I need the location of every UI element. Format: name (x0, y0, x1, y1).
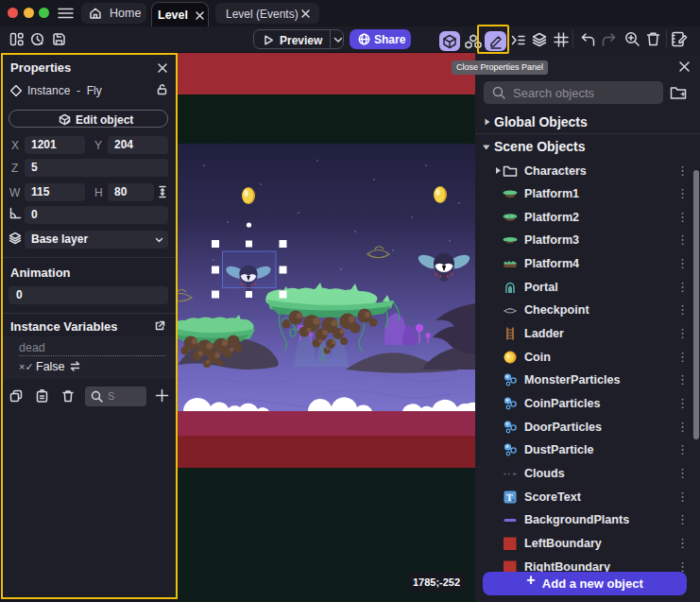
svg-text:x: x (512, 496, 516, 504)
